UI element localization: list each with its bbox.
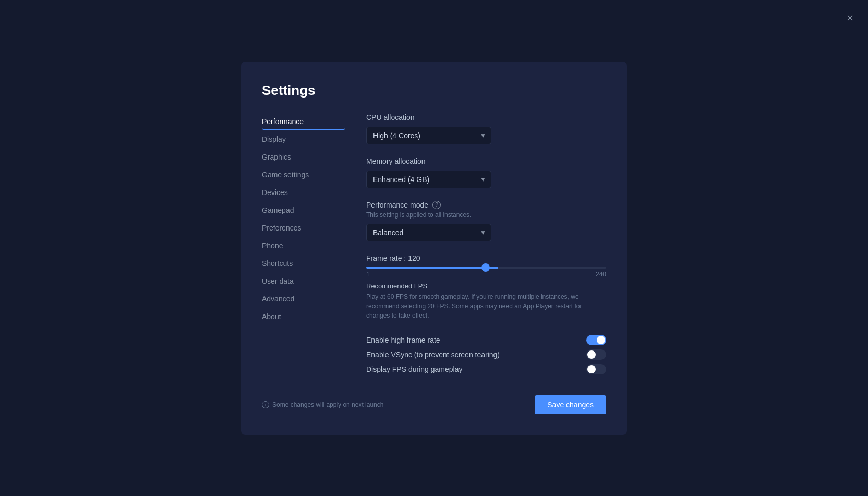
- toggle-knob-high-frame-rate: [597, 336, 605, 344]
- performance-mode-wrapper: Balanced ▼: [366, 224, 491, 241]
- fps-rec-description: Play at 60 FPS for smooth gameplay. If y…: [366, 292, 606, 320]
- toggle-label-high-frame-rate: Enable high frame rate: [366, 336, 440, 344]
- sidebar-item-user-data[interactable]: User data: [262, 273, 345, 289]
- memory-allocation-label: Memory allocation: [366, 157, 606, 165]
- cpu-allocation-select[interactable]: High (4 Cores): [366, 127, 491, 144]
- cpu-allocation-section: CPU allocation High (4 Cores) ▼: [366, 113, 606, 144]
- slider-container: 1 240: [366, 267, 606, 278]
- footer-note: i Some changes will apply on next launch: [262, 401, 383, 408]
- performance-mode-label-row: Performance mode ?: [366, 201, 606, 209]
- footer-note-text: Some changes will apply on next launch: [272, 401, 383, 408]
- toggle-switch-fps-display[interactable]: [586, 364, 606, 374]
- sidebar-item-devices[interactable]: Devices: [262, 184, 345, 201]
- close-button[interactable]: ✕: [842, 10, 858, 26]
- sidebar-item-about[interactable]: About: [262, 308, 345, 325]
- toggle-switch-high-frame-rate[interactable]: [586, 335, 606, 345]
- toggle-switch-vsync[interactable]: [586, 349, 606, 360]
- frame-rate-slider[interactable]: [366, 267, 606, 269]
- slider-max-label: 240: [596, 271, 606, 278]
- sidebar: PerformanceDisplayGraphicsGame settingsD…: [262, 113, 345, 377]
- fps-rec-title: Recommended FPS: [366, 282, 606, 290]
- performance-mode-description: This setting is applied to all instances…: [366, 211, 606, 219]
- content-area: CPU allocation High (4 Cores) ▼ Memory a…: [366, 113, 606, 377]
- sidebar-item-phone[interactable]: Phone: [262, 237, 345, 254]
- sidebar-item-advanced[interactable]: Advanced: [262, 291, 345, 307]
- slider-range-labels: 1 240: [366, 271, 606, 278]
- memory-allocation-wrapper: Enhanced (4 GB) ▼: [366, 171, 491, 188]
- settings-body: PerformanceDisplayGraphicsGame settingsD…: [262, 113, 606, 377]
- sidebar-item-display[interactable]: Display: [262, 131, 345, 148]
- cpu-allocation-label: CPU allocation: [366, 113, 606, 122]
- performance-mode-help-icon[interactable]: ?: [432, 201, 441, 209]
- sidebar-item-graphics[interactable]: Graphics: [262, 149, 345, 165]
- toggle-knob-vsync: [587, 350, 596, 359]
- sidebar-item-preferences[interactable]: Preferences: [262, 220, 345, 236]
- settings-title: Settings: [262, 82, 606, 99]
- sidebar-item-performance[interactable]: Performance: [262, 113, 345, 130]
- toggles-group: Enable high frame rateEnable VSync (to p…: [366, 333, 606, 377]
- frame-rate-label: Frame rate : 120: [366, 254, 606, 262]
- toggle-row-fps-display: Display FPS during gameplay: [366, 362, 606, 377]
- fps-recommendation: Recommended FPS Play at 60 FPS for smoot…: [366, 282, 606, 320]
- sidebar-item-shortcuts[interactable]: Shortcuts: [262, 255, 345, 272]
- frame-rate-section: Frame rate : 120 1 240 Recommended FPS P…: [366, 254, 606, 320]
- performance-mode-section: Performance mode ? This setting is appli…: [366, 201, 606, 241]
- footer: i Some changes will apply on next launch…: [262, 387, 606, 414]
- performance-mode-label: Performance mode: [366, 201, 428, 209]
- toggle-label-vsync: Enable VSync (to prevent screen tearing): [366, 350, 500, 359]
- slider-min-label: 1: [366, 271, 370, 278]
- toggle-row-high-frame-rate: Enable high frame rate: [366, 333, 606, 347]
- footer-note-icon: i: [262, 401, 269, 408]
- cpu-allocation-wrapper: High (4 Cores) ▼: [366, 127, 491, 144]
- settings-dialog: Settings PerformanceDisplayGraphicsGame …: [241, 62, 627, 435]
- sidebar-item-game-settings[interactable]: Game settings: [262, 166, 345, 183]
- performance-mode-select[interactable]: Balanced: [366, 224, 491, 241]
- memory-allocation-section: Memory allocation Enhanced (4 GB) ▼: [366, 157, 606, 188]
- memory-allocation-select[interactable]: Enhanced (4 GB): [366, 171, 491, 188]
- save-changes-button[interactable]: Save changes: [535, 395, 606, 414]
- toggle-knob-fps-display: [587, 365, 596, 373]
- sidebar-item-gamepad[interactable]: Gamepad: [262, 202, 345, 219]
- toggle-label-fps-display: Display FPS during gameplay: [366, 365, 462, 373]
- toggle-row-vsync: Enable VSync (to prevent screen tearing): [366, 347, 606, 362]
